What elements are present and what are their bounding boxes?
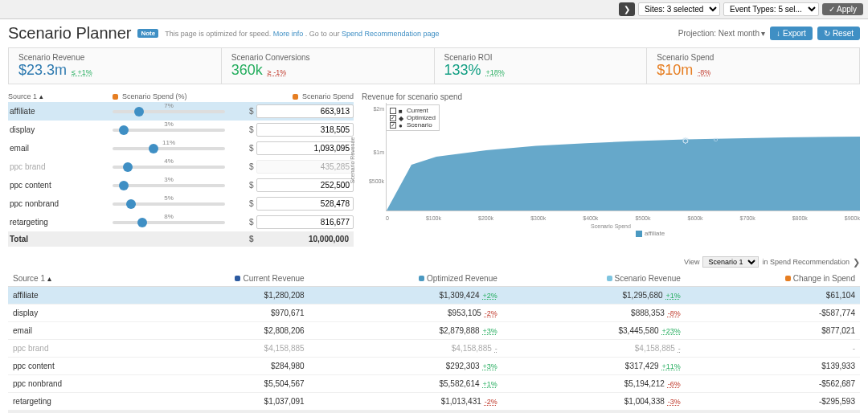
- legend-checkbox[interactable]: [390, 108, 396, 114]
- expand-toggle[interactable]: ❯: [619, 2, 635, 16]
- spend-input[interactable]: [256, 215, 354, 229]
- slider-thumb[interactable]: [123, 162, 133, 172]
- legend-checkbox[interactable]: ✓: [390, 115, 396, 121]
- kpi-delta[interactable]: -8%: [698, 68, 710, 76]
- legend-item[interactable]: ✓●Scenario: [390, 121, 436, 129]
- slider-thumb[interactable]: [126, 199, 136, 209]
- spend-slider[interactable]: 3%: [113, 184, 249, 187]
- editor-row[interactable]: display3%$: [8, 121, 354, 139]
- spend-input[interactable]: [256, 160, 354, 174]
- table-row[interactable]: affiliate$1,280,208$1,309,424+2%$1,295,6…: [8, 287, 860, 305]
- spend-slider[interactable]: 11%: [113, 147, 249, 150]
- editor-row[interactable]: email11%$: [8, 139, 354, 157]
- sites-select[interactable]: Sites: 3 selected: [638, 2, 720, 16]
- cell-change: -$587,774: [686, 305, 860, 322]
- chart-legend: ■Current✓◆Optimized✓●Scenario: [386, 104, 440, 131]
- delta[interactable]: +11%: [662, 362, 681, 370]
- delta[interactable]: -2%: [485, 398, 497, 406]
- table-row[interactable]: ppc brand$4,158,885$4,158,885-$4,158,885…: [8, 340, 860, 358]
- delta[interactable]: +3%: [483, 327, 497, 335]
- table-row[interactable]: retargeting$1,037,091$1,013,431-2%$1,004…: [8, 393, 860, 411]
- delta[interactable]: -: [678, 345, 681, 353]
- legend-marker-circle-icon: ●: [399, 122, 404, 128]
- legend-checkbox[interactable]: ✓: [390, 122, 396, 129]
- editor-source: display: [8, 125, 113, 134]
- chevron-right-icon[interactable]: ❯: [853, 257, 860, 268]
- spend-slider[interactable]: 8%: [113, 221, 249, 224]
- delta[interactable]: -8%: [668, 309, 681, 317]
- th-change[interactable]: Change in Spend: [686, 271, 860, 287]
- cell-current: $4,158,885: [137, 340, 309, 358]
- spend-input[interactable]: [256, 104, 354, 118]
- spend-rec-link[interactable]: Spend Recommendation page: [342, 30, 440, 38]
- legend-marker-square-icon: ■: [399, 108, 404, 113]
- cell-optimized: $1,013,431-2%: [309, 393, 502, 411]
- chart-y-axis: Scenario Revenue $2m$1m$500k: [362, 103, 384, 211]
- projection-dropdown[interactable]: Next month: [719, 29, 765, 38]
- cell-change: $61,104: [686, 287, 860, 305]
- th-current[interactable]: Current Revenue: [137, 271, 309, 287]
- spend-editor: Source 1 Scenario Spend (%) Scenario Spe…: [8, 91, 354, 247]
- cell-current: $1,037,091: [137, 393, 309, 411]
- spend-input[interactable]: [256, 123, 354, 137]
- th-scenario[interactable]: Scenario Revenue: [502, 271, 686, 287]
- kpi-value: $23.3m: [18, 62, 67, 79]
- table-row[interactable]: email$2,808,206$2,879,888+3%$3,445,580+2…: [8, 322, 860, 340]
- editor-row[interactable]: ppc content3%$: [8, 176, 354, 194]
- kpi-delta[interactable]: +18%: [486, 68, 505, 76]
- spend-slider[interactable]: 4%: [113, 166, 249, 169]
- chart-y-label: Scenario Revenue: [350, 137, 355, 183]
- y-tick: $500k: [369, 178, 384, 184]
- table-row[interactable]: ppc nonbrand$5,504,567$5,582,614+1%$5,19…: [8, 375, 860, 393]
- reset-button[interactable]: ↻ Reset: [817, 27, 860, 40]
- spend-input[interactable]: [256, 141, 354, 155]
- slider-thumb[interactable]: [149, 144, 158, 153]
- y-tick: $1m: [373, 149, 384, 154]
- cell-optimized: $292,303+3%: [309, 358, 502, 375]
- slider-thumb[interactable]: [134, 107, 144, 117]
- editor-row[interactable]: affiliate7%$: [8, 102, 354, 121]
- delta[interactable]: +23%: [662, 327, 681, 335]
- apply-button[interactable]: ✓ Apply: [822, 3, 863, 15]
- slider-thumb[interactable]: [119, 125, 129, 135]
- spend-input[interactable]: [256, 197, 354, 211]
- spend-slider[interactable]: 7%: [113, 110, 249, 113]
- note-badge: Note: [137, 29, 158, 38]
- kpi-delta[interactable]: ≤ +1%: [72, 68, 92, 76]
- event-types-select[interactable]: Event Types: 5 sel...: [723, 2, 819, 16]
- delta[interactable]: +1%: [666, 292, 681, 300]
- table-row[interactable]: ppc content$284,980$292,303+3%$317,429+1…: [8, 358, 860, 375]
- delta[interactable]: +1%: [483, 380, 497, 388]
- chart-marker-circle-icon[interactable]: ○: [713, 134, 718, 143]
- spend-slider[interactable]: 3%: [113, 129, 249, 132]
- editor-row[interactable]: retargeting8%$: [8, 213, 354, 231]
- table-row[interactable]: display$970,671$953,105-2%$888,353-8%-$5…: [8, 305, 860, 322]
- spend-slider[interactable]: 5%: [113, 202, 249, 206]
- delta[interactable]: +2%: [483, 292, 497, 300]
- spend-input[interactable]: [256, 178, 354, 192]
- cell-optimized: $1,309,424+2%: [309, 287, 502, 305]
- th-optimized[interactable]: Optimized Revenue: [309, 271, 502, 287]
- delta[interactable]: -6%: [668, 380, 681, 388]
- scenario-select[interactable]: Scenario 1: [702, 256, 759, 268]
- chart-marker-diamond-icon[interactable]: ◇: [682, 135, 689, 144]
- delta[interactable]: -: [495, 345, 497, 353]
- export-button[interactable]: ↓ Export: [770, 27, 813, 40]
- legend-item[interactable]: ✓◆Optimized: [390, 114, 436, 121]
- header-left: Scenario Planner Note This page is optim…: [8, 24, 439, 43]
- legend-item[interactable]: ■Current: [390, 107, 436, 114]
- cell-source: affiliate: [8, 287, 137, 305]
- editor-row[interactable]: ppc nonbrand5%$: [8, 194, 354, 213]
- more-info-link[interactable]: More info: [273, 30, 304, 38]
- delta[interactable]: -3%: [668, 398, 681, 406]
- cell-change: -$295,593: [686, 393, 860, 411]
- editor-source-header[interactable]: Source 1: [8, 92, 113, 100]
- delta[interactable]: -2%: [485, 309, 497, 317]
- delta[interactable]: +3%: [483, 362, 497, 370]
- th-source[interactable]: Source 1: [8, 271, 137, 287]
- editor-total-row: Total $10,000,000: [8, 231, 354, 247]
- editor-row[interactable]: ppc brand4%$: [8, 157, 354, 176]
- kpi-delta[interactable]: ≥ -1%: [268, 68, 286, 76]
- slider-thumb[interactable]: [119, 181, 129, 190]
- slider-thumb[interactable]: [137, 218, 147, 227]
